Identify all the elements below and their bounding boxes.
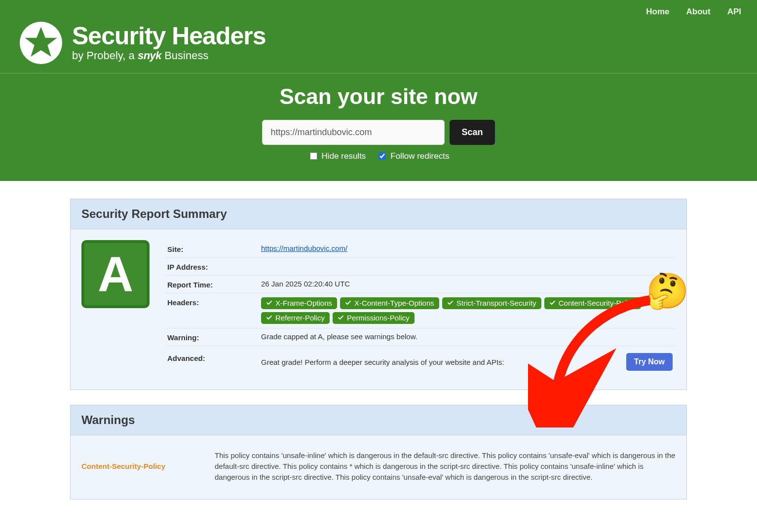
summary-table: Site: https://martindubovic.com/ IP Addr… bbox=[164, 240, 676, 378]
warning-row: Content-Security-PolicyThis policy conta… bbox=[81, 440, 676, 492]
header-pills: X-Frame-OptionsX-Content-Type-OptionsStr… bbox=[261, 297, 673, 324]
summary-body: A Site: https://martindubovic.com/ IP Ad… bbox=[71, 229, 686, 390]
warnings-heading: Warnings bbox=[71, 405, 686, 435]
scan-url-input[interactable] bbox=[262, 120, 445, 145]
brand-tagline: by Probely, a snyk Business bbox=[72, 49, 266, 62]
scan-button[interactable]: Scan bbox=[450, 120, 494, 145]
header-pill: Content-Security-Policy bbox=[544, 297, 641, 309]
hide-results-checkbox[interactable] bbox=[310, 152, 317, 160]
tag-bold: snyk bbox=[138, 49, 161, 62]
row-advanced: Advanced: Great grade! Perform a deeper … bbox=[164, 346, 676, 378]
warnings-body: Content-Security-PolicyThis policy conta… bbox=[71, 435, 686, 499]
follow-redirects-checkbox[interactable] bbox=[378, 152, 386, 160]
label-warning: Warning: bbox=[167, 332, 261, 342]
top-nav: Home About API bbox=[0, 0, 757, 22]
value-advanced: Great grade! Perform a deeper security a… bbox=[261, 358, 504, 366]
header-pill: X-Frame-Options bbox=[261, 297, 337, 309]
tag-pre: by Probely, a bbox=[72, 49, 138, 62]
hide-results-label[interactable]: Hide results bbox=[308, 151, 366, 161]
header-pill: X-Content-Type-Options bbox=[340, 297, 439, 309]
grade-badge: A bbox=[81, 240, 150, 308]
brand-title: Security Headers bbox=[72, 24, 266, 48]
value-time: 26 Jan 2025 02:20:40 UTC bbox=[261, 280, 673, 288]
tag-post: Business bbox=[161, 49, 208, 62]
follow-redirects-label[interactable]: Follow redirects bbox=[377, 151, 449, 161]
nav-home[interactable]: Home bbox=[646, 7, 669, 17]
nav-about[interactable]: About bbox=[686, 7, 711, 17]
label-advanced: Advanced: bbox=[167, 353, 261, 362]
label-site: Site: bbox=[167, 244, 261, 253]
svg-marker-0 bbox=[25, 27, 57, 57]
site-link[interactable]: https://martindubovic.com/ bbox=[261, 244, 347, 252]
hero-banner: Home About API Security Headers by Probe… bbox=[0, 0, 757, 181]
brand-row: Security Headers by Probely, a snyk Busi… bbox=[0, 22, 757, 73]
header-pill: Referrer-Policy bbox=[261, 312, 330, 324]
brand-text: Security Headers by Probely, a snyk Busi… bbox=[72, 24, 266, 62]
row-headers: Headers: X-Frame-OptionsX-Content-Type-O… bbox=[164, 293, 676, 328]
scan-heading: Scan your site now bbox=[0, 84, 757, 109]
star-logo-icon bbox=[20, 22, 62, 64]
nav-api[interactable]: API bbox=[727, 7, 741, 17]
header-pill: Strict-Transport-Security bbox=[442, 297, 541, 309]
row-warning: Warning: Grade capped at A, please see w… bbox=[164, 328, 676, 346]
hide-results-text: Hide results bbox=[322, 151, 366, 161]
follow-redirects-text: Follow redirects bbox=[390, 151, 449, 161]
header-pill: Permissions-Policy bbox=[333, 312, 415, 324]
scan-options: Hide results Follow redirects bbox=[0, 151, 757, 161]
value-warning: Grade capped at A, please see warnings b… bbox=[261, 332, 673, 341]
try-now-button[interactable]: Try Now bbox=[626, 353, 673, 371]
warning-name: Content-Security-Policy bbox=[81, 450, 200, 482]
label-ip: IP Address: bbox=[167, 262, 261, 271]
warnings-panel: Warnings Content-Security-PolicyThis pol… bbox=[70, 405, 687, 499]
label-time: Report Time: bbox=[167, 280, 261, 289]
row-site: Site: https://martindubovic.com/ bbox=[164, 240, 676, 258]
label-headers: Headers: bbox=[167, 297, 261, 307]
page-content: Security Report Summary A Site: https://… bbox=[65, 181, 692, 532]
row-time: Report Time: 26 Jan 2025 02:20:40 UTC bbox=[164, 276, 676, 293]
scan-form: Scan bbox=[0, 120, 757, 145]
row-ip: IP Address: bbox=[164, 258, 676, 276]
summary-heading: Security Report Summary bbox=[71, 199, 686, 229]
summary-panel: Security Report Summary A Site: https://… bbox=[70, 199, 687, 390]
warning-text: This policy contains 'unsafe-inline' whi… bbox=[215, 450, 676, 482]
grade-letter: A bbox=[98, 249, 133, 299]
